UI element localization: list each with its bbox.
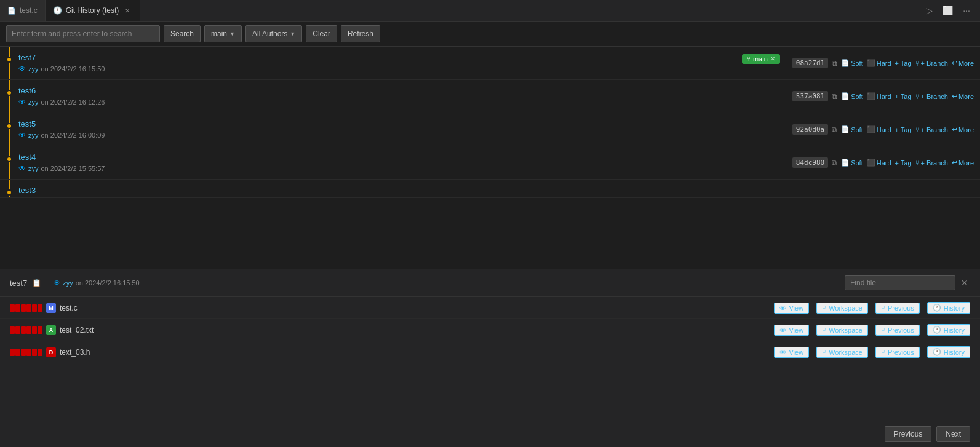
detail-panel: test7 📋 👁 zyy on 2024/2/2 16:15:50 ✕ <box>0 269 980 447</box>
file-name: test_02.txt <box>60 326 774 334</box>
copy-icon[interactable]: ⧉ <box>832 159 837 167</box>
commit-item[interactable]: test3 <box>0 180 980 198</box>
previous-icon: ⑂ <box>881 326 885 334</box>
run-icon[interactable]: ▷ <box>923 4 935 17</box>
detail-meta: 👁 zyy on 2024/2/2 16:15:50 <box>54 279 139 287</box>
timeline-line <box>9 80 10 113</box>
file-row[interactable]: D text_03.h 👁 View ⑂ Workspace ⑂ Previou… <box>0 341 980 363</box>
hard-reset-btn[interactable]: ⬛Hard <box>867 159 891 167</box>
detail-author: zyy <box>63 279 73 287</box>
commits-panel: test7 ⑂ main ✕ 👁 zyy on 2024/2/2 16:15:5… <box>0 47 980 269</box>
search-button[interactable]: Search <box>164 25 201 42</box>
branch-dropdown[interactable]: main ▼ <box>204 25 242 42</box>
soft-reset-btn[interactable]: 📄Soft <box>841 59 863 67</box>
history-icon: 🕐 <box>53 6 62 15</box>
search-input[interactable] <box>6 25 160 42</box>
more-btn[interactable]: ↩More <box>952 159 974 167</box>
soft-reset-btn[interactable]: 📄Soft <box>841 125 863 133</box>
commit-item[interactable]: test6 👁 zyy on 2024/2/2 16:12:26 537a081… <box>0 80 980 113</box>
commit-author: zyy <box>28 132 39 139</box>
workspace-button[interactable]: ⑂ Workspace <box>816 347 868 358</box>
soft-reset-btn[interactable]: 📄Soft <box>841 159 863 167</box>
tab-actions: ▷ ⬜ ··· <box>923 4 980 17</box>
branch-tag-close-icon[interactable]: ✕ <box>770 55 775 62</box>
add-tag-btn[interactable]: + Tag <box>895 159 912 167</box>
commit-author: zyy <box>28 165 39 172</box>
workspace-button[interactable]: ⑂ Workspace <box>816 303 868 314</box>
copy-icon[interactable]: ⧉ <box>832 59 837 68</box>
commit-item[interactable]: test5 👁 zyy on 2024/2/2 16:00:09 92a0d0a… <box>0 113 980 146</box>
eye-icon: 👁 <box>18 98 26 106</box>
find-close-icon[interactable]: ✕ <box>959 277 970 288</box>
add-tag-btn[interactable]: + Tag <box>895 126 912 133</box>
find-file-input[interactable] <box>845 275 955 290</box>
file-row[interactable]: A test_02.txt 👁 View ⑂ Workspace ⑂ Previ… <box>0 319 980 341</box>
history-button[interactable]: 🕐 History <box>927 324 970 336</box>
add-branch-btn[interactable]: ⑂+ Branch <box>915 60 948 67</box>
add-branch-btn[interactable]: ⑂+ Branch <box>915 126 948 133</box>
tab-close-btn[interactable]: ✕ <box>122 6 132 15</box>
soft-icon: 📄 <box>841 59 850 67</box>
diff-bar <box>38 349 42 356</box>
add-tag-btn[interactable]: + Tag <box>895 60 912 67</box>
commit-hash: 537a081 <box>792 91 828 101</box>
bottom-nav: Previous Next <box>0 421 980 447</box>
tab-git-history[interactable]: 🕐 Git History (test) ✕ <box>46 0 141 21</box>
hard-icon: ⬛ <box>867 125 875 133</box>
workspace-button[interactable]: ⑂ Workspace <box>816 325 868 336</box>
commit-title: test3 <box>18 186 974 195</box>
timeline-dot <box>6 57 12 63</box>
more-icon: ↩ <box>952 92 957 100</box>
add-branch-btn[interactable]: ⑂+ Branch <box>915 159 948 167</box>
authors-dropdown[interactable]: All Authors ▼ <box>245 25 302 42</box>
file-type-badge-added: A <box>46 325 56 335</box>
copy-icon[interactable]: ⧉ <box>832 92 837 101</box>
view-button[interactable]: 👁 View <box>774 303 809 314</box>
more-btn[interactable]: ↩More <box>952 92 974 100</box>
detail-date: on 2024/2/2 16:15:50 <box>76 279 140 287</box>
view-button[interactable]: 👁 View <box>774 325 809 336</box>
previous-button[interactable]: ⑂ Previous <box>875 303 920 314</box>
tab-test-c[interactable]: 📄 test.c <box>0 0 46 21</box>
more-icon[interactable]: ··· <box>960 4 973 17</box>
commit-item[interactable]: test7 ⑂ main ✕ 👁 zyy on 2024/2/2 16:15:5… <box>0 47 980 80</box>
previous-icon: ⑂ <box>881 304 885 312</box>
copy-detail-icon[interactable]: 📋 <box>32 279 41 287</box>
branch-tag-label: main <box>753 55 768 63</box>
view-button[interactable]: 👁 View <box>774 347 809 358</box>
commit-timeline <box>0 146 18 179</box>
commit-right: 08a27d1 ⧉ 📄Soft ⬛Hard + Tag ⑂+ Branch ↩M… <box>786 47 980 79</box>
history-button[interactable]: 🕐 History <box>927 302 970 314</box>
more-btn[interactable]: ↩More <box>952 59 974 67</box>
split-editor-icon[interactable]: ⬜ <box>940 4 955 17</box>
add-branch-btn[interactable]: ⑂+ Branch <box>915 93 948 100</box>
history-button[interactable]: 🕐 History <box>927 346 970 358</box>
diff-bar <box>15 304 20 312</box>
previous-button[interactable]: ⑂ Previous <box>875 347 920 358</box>
add-tag-btn[interactable]: + Tag <box>895 93 912 100</box>
previous-nav-button[interactable]: Previous <box>885 426 932 442</box>
next-nav-button[interactable]: Next <box>936 426 970 442</box>
authors-label: All Authors <box>252 30 287 38</box>
branch-label: main <box>211 30 227 38</box>
commit-item[interactable]: test4 👁 zyy on 2024/2/2 15:55:57 84dc980… <box>0 146 980 180</box>
clear-button[interactable]: Clear <box>306 25 337 42</box>
previous-button[interactable]: ⑂ Previous <box>875 325 920 336</box>
file-row[interactable]: M test.c 👁 View ⑂ Workspace ⑂ Previous <box>0 297 980 319</box>
file-name: test.c <box>60 304 774 312</box>
previous-nav-label: Previous <box>894 430 923 438</box>
hard-reset-btn[interactable]: ⬛Hard <box>867 125 891 133</box>
commit-timeline <box>0 47 18 79</box>
hard-reset-btn[interactable]: ⬛Hard <box>867 92 891 100</box>
hard-reset-btn[interactable]: ⬛Hard <box>867 59 891 67</box>
soft-reset-btn[interactable]: 📄Soft <box>841 92 863 100</box>
file-actions: 👁 View ⑂ Workspace ⑂ Previous 🕐 History <box>774 346 970 358</box>
diff-bar <box>32 304 37 312</box>
copy-icon[interactable]: ⧉ <box>832 125 837 134</box>
diff-bars <box>10 349 42 356</box>
chevron-down-icon: ▼ <box>229 31 235 37</box>
commit-date: on 2024/2/2 15:55:57 <box>41 165 105 172</box>
history-label: History <box>944 349 965 356</box>
more-btn[interactable]: ↩More <box>952 125 974 133</box>
refresh-button[interactable]: Refresh <box>341 25 380 42</box>
